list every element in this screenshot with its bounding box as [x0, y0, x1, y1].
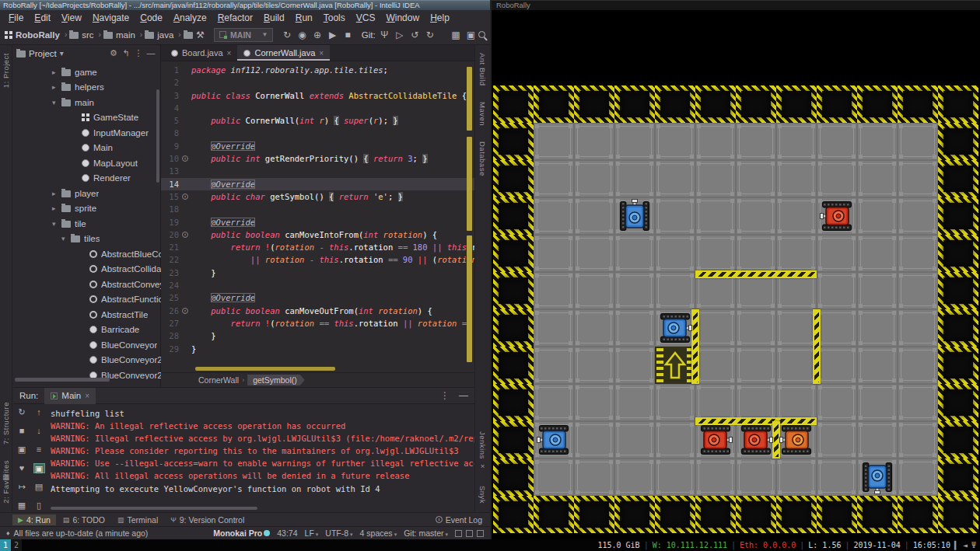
highlight-level-icon[interactable] [466, 530, 473, 537]
tree-item-blueconveyor2in[interactable]: BlueConveyor2in [13, 353, 161, 368]
settings-icon[interactable]: ⚙ [107, 48, 120, 58]
code-area[interactable]: 1package inf112.roborally.app.tile.tiles… [161, 64, 474, 365]
editor-horizontal-scrollbar[interactable] [195, 367, 335, 371]
tree-chevron-icon[interactable]: ▾ [52, 99, 60, 106]
scroll-to-end-icon[interactable]: ▣ [33, 463, 45, 473]
collapse-all-icon[interactable]: ↰ [120, 48, 132, 58]
coverage-icon[interactable]: ⊕ [310, 30, 324, 40]
menu-view[interactable]: View [56, 12, 87, 23]
tree-item-maplayout[interactable]: MapLayout [13, 155, 161, 171]
minimize-icon[interactable]: — [459, 390, 468, 401]
gc-icon[interactable]: ♥ [16, 463, 28, 473]
update-icon[interactable]: ↻ [422, 30, 437, 40]
toolwindow-button-todo[interactable]: ▤6: TODO [58, 514, 110, 525]
scrollbar-mark-0[interactable] [467, 67, 472, 131]
rerun-icon[interactable]: ↻ [16, 407, 28, 417]
tool-tab-antbuild[interactable]: Ant Build [478, 53, 487, 86]
tree-item-abstractconveyo[interactable]: AbstractConveyo [13, 277, 161, 292]
stop-icon[interactable]: ■ [16, 426, 28, 436]
tab-board-java[interactable]: Board.java× [165, 45, 237, 61]
menu-analyze[interactable]: Analyze [168, 12, 212, 23]
breadcrumb-java[interactable]: java [145, 30, 173, 40]
indent-selector[interactable]: 4 spaces▾ [360, 528, 397, 538]
window-icon[interactable]: ▣ [464, 30, 478, 40]
tree-item-helpers[interactable]: ▸helpers [13, 80, 161, 96]
encoding-selector[interactable]: UTF-8▾ [325, 528, 352, 538]
clear-icon[interactable]: ▯ [33, 500, 45, 511]
debug-icon[interactable]: ◉ [295, 30, 310, 40]
tree-chevron-icon[interactable]: ▾ [61, 235, 69, 242]
breadcrumb-item[interactable]: CornerWall [198, 375, 239, 385]
run-tab-main[interactable]: Main × [44, 388, 96, 404]
soft-wrap-icon[interactable]: ≡ [33, 445, 45, 455]
tree-item-sprite[interactable]: ▸sprite [13, 201, 161, 217]
project-vertical-scrollbar[interactable] [156, 89, 159, 183]
tree-item-tiles[interactable]: ▾tiles [13, 232, 161, 247]
run-console-output[interactable]: shuffeling listWARNING: An illegal refle… [51, 407, 474, 508]
print-icon[interactable]: ▤ [33, 482, 45, 492]
menu-build[interactable]: Build [258, 12, 290, 23]
menu-file[interactable]: File [3, 12, 29, 23]
tree-item-abstractcollida[interactable]: AbstractCollida [13, 262, 161, 277]
tree-item-blueconveyor[interactable]: BlueConveyor [13, 337, 161, 353]
tool-windows-toggle-icon[interactable]: ▦ [2, 473, 9, 481]
close-icon[interactable]: × [85, 392, 89, 400]
menu-run[interactable]: Run [290, 12, 318, 23]
menu-help[interactable]: Help [425, 12, 455, 23]
hide-icon[interactable]: — [145, 48, 157, 58]
override-marker-icon[interactable]: ↑ [182, 232, 188, 238]
breadcrumb-roborally[interactable]: RoboRally [5, 30, 60, 40]
close-icon[interactable]: × [319, 49, 324, 58]
menu-vcs[interactable]: VCS [351, 12, 381, 23]
exit-icon[interactable]: ↦ [16, 482, 28, 492]
tree-item-game[interactable]: ▸game [13, 65, 161, 80]
toolwindow-button-terminal[interactable]: ▥Terminal [112, 514, 163, 525]
project-panel-title[interactable]: Project [29, 49, 57, 58]
tree-item-gamestate[interactable]: GameState [13, 110, 161, 126]
tree-item-abstractbluecon[interactable]: AbstractBlueCon [13, 246, 161, 262]
tree-chevron-icon[interactable]: ▸ [52, 204, 60, 212]
theme-widget[interactable]: Monokai Pro [213, 528, 270, 538]
toolwindow-button-versioncontrol[interactable]: Ψ9: Version Control [165, 514, 250, 525]
tree-item-abstractfunctio[interactable]: AbstractFunctio [13, 292, 161, 308]
dump-threads-icon[interactable]: ▣ [16, 445, 28, 455]
project-horizontal-scrollbar[interactable] [15, 378, 110, 382]
tree-chevron-icon[interactable]: ▸ [52, 83, 60, 91]
tool-tab-jenkins[interactable]: Jenkins × [478, 431, 487, 470]
console-horizontal-scrollbar[interactable] [51, 507, 257, 510]
tab-cornerwall-java[interactable]: CornerWall.java× [237, 45, 330, 61]
stop-icon[interactable]: ■ [340, 30, 355, 40]
menu-tools[interactable]: Tools [318, 12, 351, 23]
close-icon[interactable]: × [227, 49, 232, 58]
menu-code[interactable]: Code [135, 12, 168, 23]
tool-tab-snyk[interactable]: Snyk [478, 486, 487, 504]
tree-item-renderer[interactable]: Renderer [13, 171, 161, 187]
scrollbar-mark-1[interactable] [467, 137, 472, 231]
lock-icon[interactable] [455, 530, 462, 537]
build-hammer-icon[interactable]: ⚒ [193, 30, 208, 40]
scrollbar-mark-2[interactable] [467, 235, 472, 362]
push-icon[interactable]: ▷ [392, 30, 407, 40]
caret-position[interactable]: 43:74 [277, 528, 297, 538]
history-icon[interactable]: ↺ [408, 30, 422, 40]
override-marker-icon[interactable]: ↑ [182, 308, 188, 314]
menu-window[interactable]: Window [380, 12, 425, 23]
search-everywhere-icon[interactable] [478, 30, 485, 40]
breadcrumb-main[interactable]: main [103, 30, 135, 40]
run-configuration-select[interactable]: MAIN▼ [214, 28, 273, 42]
git-branch-widget[interactable]: Git: master▾ [404, 528, 448, 538]
tool-tab-favorites[interactable]: 2: Favorites [2, 460, 10, 504]
chevron-down-icon[interactable]: ▾ [60, 49, 64, 58]
breadcrumb-src[interactable]: src [69, 30, 93, 40]
down-stack-icon[interactable]: ↓ [33, 426, 45, 436]
menu-refactor[interactable]: Refactor [212, 12, 258, 23]
branch-icon[interactable]: Ψ [377, 30, 392, 40]
tree-item-player[interactable]: ▸player [13, 186, 161, 201]
tree-item-abstracttile[interactable]: AbstractTile [13, 307, 161, 323]
tree-chevron-icon[interactable]: ▸ [52, 190, 60, 197]
grid-view-icon[interactable]: ▦ [448, 30, 463, 40]
tree-item-main[interactable]: ▾main [13, 95, 161, 110]
event-log-button[interactable]: Event Log [436, 515, 490, 525]
workspace-2[interactable]: 2 [11, 539, 22, 551]
tree-item-tile[interactable]: ▾tile [13, 216, 161, 232]
